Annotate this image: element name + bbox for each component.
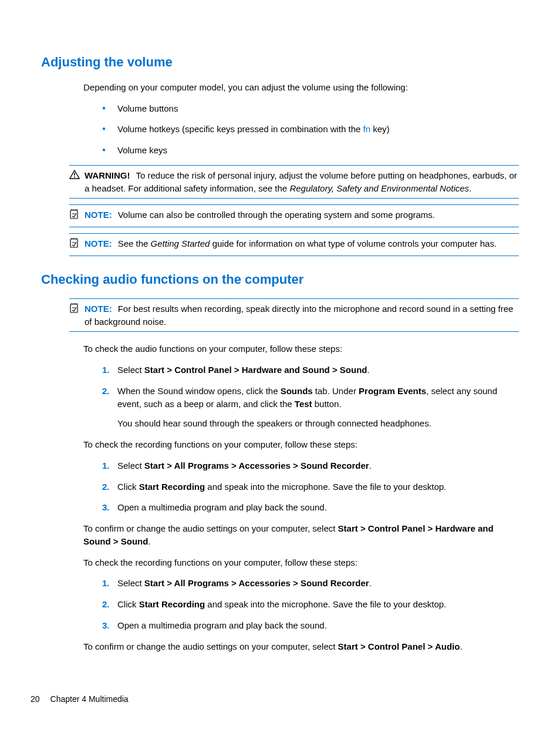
text-bold: Program Events (359, 386, 426, 396)
text-bold: Start Recording (139, 599, 205, 609)
step-1: Select Start > Control Panel > Hardware … (102, 364, 519, 377)
text: . (469, 183, 471, 193)
text: . (369, 461, 372, 471)
text: guide for information on what type of vo… (210, 238, 497, 248)
check-recording-steps-2: Select Start > All Programs > Accessorie… (102, 577, 519, 631)
warning-label: WARNING! (85, 170, 130, 180)
page-number: 20 (31, 694, 40, 704)
text-italic: Regulatory, Safety and Environmental Not… (289, 183, 469, 193)
text-italic: Getting Started (151, 238, 210, 248)
check-recording-steps: Select Start > All Programs > Accessorie… (102, 459, 519, 514)
note-text: NOTE:For best results when recording, sp… (85, 303, 519, 328)
paragraph: To check the recording functions on your… (83, 438, 519, 451)
text: . (460, 641, 462, 651)
step-2-sub: You should hear sound through the speake… (117, 417, 519, 430)
text: and speak into the microphone. Save the … (205, 482, 446, 492)
fn-key: fn (363, 124, 371, 134)
warning-box: WARNING!To reduce the risk of personal i… (69, 165, 519, 199)
volume-bullets: Volume buttons Volume hotkeys (specific … (102, 102, 519, 157)
note-text: NOTE:See the Getting Started guide for i… (85, 237, 519, 250)
paragraph: To check the audio functions on your com… (83, 342, 519, 355)
step-2: Click Start Recording and speak into the… (102, 598, 519, 611)
heading-checking-audio: Checking audio functions on the computer (41, 270, 519, 289)
intro-paragraph: Depending on your computer model, you ca… (83, 81, 519, 94)
svg-point-1 (74, 176, 75, 177)
bullet-volume-buttons: Volume buttons (102, 102, 519, 115)
step-3: Open a multimedia program and play back … (102, 501, 519, 514)
text: . (369, 578, 372, 588)
text: Select (117, 578, 144, 588)
step-2: Click Start Recording and speak into the… (102, 480, 519, 493)
text: Click (117, 482, 139, 492)
warning-icon (69, 169, 85, 183)
section2-body: To check the audio functions on your com… (83, 342, 519, 653)
paragraph: To check the recording functions on your… (83, 556, 519, 569)
text-bold: Start > Control Panel > Hardware and Sou… (144, 365, 367, 375)
check-audio-steps: Select Start > Control Panel > Hardware … (102, 364, 519, 430)
text: tab. Under (313, 386, 359, 396)
page-footer: 20Chapter 4 Multimedia (31, 693, 129, 705)
note-box-1: NOTE:Volume can also be controlled throu… (69, 204, 519, 227)
note-icon (69, 303, 85, 317)
text-bold: Start > Control Panel > Audio (338, 641, 460, 651)
paragraph: To confirm or change the audio settings … (83, 640, 519, 653)
text: See the (118, 238, 151, 248)
step-1: Select Start > All Programs > Accessorie… (102, 459, 519, 472)
note-label: NOTE: (85, 304, 112, 314)
text: key) (370, 124, 390, 134)
text: Volume can also be controlled through th… (118, 210, 435, 220)
text-bold: Test (295, 399, 312, 409)
bullet-volume-hotkeys: Volume hotkeys (specific keys pressed in… (102, 123, 519, 136)
note-label: NOTE: (85, 210, 112, 220)
text: For best results when recording, speak d… (85, 304, 513, 327)
text: Volume hotkeys (specific keys pressed in… (117, 124, 363, 134)
text: button. (312, 399, 342, 409)
warning-text: WARNING!To reduce the risk of personal i… (85, 169, 519, 195)
step-2: When the Sound window opens, click the S… (102, 385, 519, 430)
bullet-volume-keys: Volume keys (102, 144, 519, 157)
text: To confirm or change the audio settings … (83, 641, 338, 651)
paragraph: To confirm or change the audio settings … (83, 522, 519, 548)
text-bold: Sounds (281, 386, 313, 396)
step-1: Select Start > All Programs > Accessorie… (102, 577, 519, 590)
text: . (148, 536, 150, 546)
chapter-label: Chapter 4 Multimedia (50, 694, 129, 704)
text: . (367, 365, 370, 375)
text: Click (117, 599, 139, 609)
note-label: NOTE: (85, 238, 112, 248)
text: Select (117, 365, 144, 375)
note-box-2: NOTE:See the Getting Started guide for i… (69, 233, 519, 256)
note-icon (69, 209, 85, 223)
note-box-3: NOTE:For best results when recording, sp… (69, 298, 519, 332)
text: Select (117, 461, 144, 471)
section1-body: Depending on your computer model, you ca… (83, 81, 519, 157)
text: To confirm or change the audio settings … (83, 523, 338, 533)
text-bold: Start > All Programs > Accessories > Sou… (144, 578, 369, 588)
text: When the Sound window opens, click the (117, 386, 281, 396)
text-bold: Start Recording (139, 482, 205, 492)
note-text: NOTE:Volume can also be controlled throu… (85, 209, 519, 221)
text-bold: Start > All Programs > Accessories > Sou… (144, 461, 369, 471)
step-3: Open a multimedia program and play back … (102, 619, 519, 632)
heading-adjusting-volume: Adjusting the volume (41, 53, 519, 72)
note-icon (69, 237, 85, 252)
text: and speak into the microphone. Save the … (205, 599, 446, 609)
